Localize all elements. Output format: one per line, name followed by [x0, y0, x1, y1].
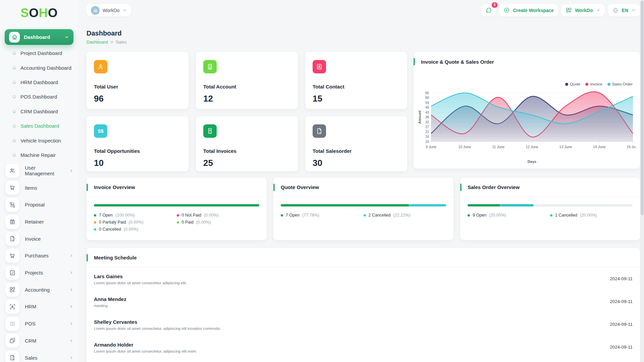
workspace-avatar	[91, 6, 100, 15]
building-icon	[203, 60, 217, 73]
area-chart: 65605449433832272116109 June10 June11 Ju…	[418, 89, 636, 165]
breadcrumb-dashboard-link[interactable]: Dashboard	[87, 40, 108, 45]
sidebar-item-hrm[interactable]: HRM	[0, 298, 78, 315]
legend-entry: 0 Cancelled(0.00%)	[94, 227, 177, 232]
svg-text:14 June: 14 June	[593, 145, 606, 149]
proposal-icon	[5, 198, 19, 212]
top-bar: WorkDo 0 Create Workspace WorkDo EN	[87, 4, 640, 16]
legend-dot	[550, 214, 552, 217]
accent-bar	[273, 184, 275, 191]
stat-card-total-invoices: Total Invoices 25	[196, 116, 298, 171]
sidebar-item-purchases[interactable]: Purchases	[0, 247, 78, 264]
language-selector[interactable]: EN	[608, 4, 640, 16]
sidebar-item-machine-repair[interactable]: Machine Repair	[0, 148, 78, 162]
card-title: Sales Order Overview	[468, 184, 520, 190]
top-bar-actions: 0 Create Workspace WorkDo EN	[481, 4, 640, 16]
svg-text:9 June: 9 June	[426, 145, 436, 149]
dots-grid-icon	[5, 317, 19, 331]
messages-button[interactable]: 0	[481, 4, 496, 16]
scrollbar-thumb[interactable]	[641, 1, 644, 215]
sidebar-item-sales-dashboard[interactable]: Sales Dashboard	[0, 119, 78, 133]
chevron-right-icon	[69, 253, 73, 258]
chart-card-header: Invoice & Quote & Sales Order	[414, 52, 640, 71]
sidebar-item-accounting-dashboard[interactable]: Accounting Dashboard	[0, 60, 78, 75]
app-switcher-button[interactable]: WorkDo	[561, 4, 604, 16]
circle-icon	[12, 109, 16, 114]
legend-item-sales-order[interactable]: Sales Order	[607, 82, 633, 86]
stat-card-total-contact: Total Contact 15	[305, 52, 407, 109]
svg-text:60: 60	[425, 96, 429, 100]
sidebar-item-retainer[interactable]: Retainer	[0, 213, 78, 230]
svg-text:Days: Days	[528, 160, 536, 164]
legend-entry: 9 Open(20.00%)	[468, 213, 550, 218]
contact-card-icon	[313, 60, 326, 73]
breadcrumb-current: Sales	[116, 40, 127, 45]
sidebar-item-user-management[interactable]: User Management	[0, 162, 78, 179]
meeting-schedule-card: Meeting Schedule Lars Gaines Lorem ipsum…	[87, 248, 640, 362]
sidebar-item-crm[interactable]: CRM	[0, 332, 78, 349]
svg-text:49: 49	[425, 106, 429, 109]
quote-overview-card: Quote Overview 7 Open(77.78%) 2 Cancelle…	[273, 178, 453, 240]
svg-text:Amount: Amount	[418, 110, 422, 124]
svg-text:65: 65	[425, 91, 429, 95]
cart-icon	[5, 181, 19, 195]
accent-bar	[414, 58, 415, 65]
sidebar-item-proposal[interactable]: Proposal	[0, 196, 78, 214]
circle-icon	[12, 124, 16, 128]
invoice-quote-salesorder-chart-card: Invoice & Quote & Sales Order Quote Invo…	[414, 52, 640, 169]
chart-legend: Quote Invoice Sales Order	[565, 82, 633, 86]
sidebar-item-vehicle-inspection[interactable]: Vehicle Inspection	[0, 133, 78, 147]
legend-entry: 0 Paid(0.00%)	[177, 220, 260, 225]
sidebar-item-label: Dashboard	[24, 34, 60, 40]
chevron-down-icon	[64, 35, 69, 40]
create-workspace-button[interactable]: Create Workspace	[499, 4, 558, 16]
circle-icon	[12, 153, 16, 157]
accent-bar	[87, 254, 88, 261]
legend-dot	[585, 83, 588, 86]
sidebar-item-items[interactable]: Items	[0, 179, 78, 196]
svg-text:13 June: 13 June	[559, 145, 572, 149]
circle-icon	[12, 80, 16, 84]
person-scan-icon	[5, 300, 19, 314]
circle-icon	[12, 66, 16, 70]
legend-dot	[94, 221, 96, 224]
legend-entry: 7 Open(100.00%)	[94, 213, 177, 218]
sidebar-item-projects[interactable]: Projects	[0, 264, 78, 281]
file-icon	[5, 351, 19, 362]
meeting-row: Lars Gaines Lorem ipsum dolor sit amet c…	[94, 269, 633, 292]
svg-text:27: 27	[425, 125, 429, 129]
svg-text:11 June: 11 June	[492, 145, 504, 149]
sidebar-item-invoice[interactable]: Invoice	[0, 230, 78, 247]
sidebar-item-sales[interactable]: Sales	[0, 349, 78, 362]
sales-order-overview-card: Sales Order Overview 9 Open(20.00%) 1 Ca…	[460, 178, 640, 240]
sidebar-item-project-dashboard[interactable]: Project Dashboard	[0, 46, 78, 60]
sidebar-item-pos-dashboard[interactable]: POS Dashboard	[0, 89, 78, 104]
meeting-date: 2024-09-11	[610, 345, 633, 350]
svg-text:15 June: 15 June	[627, 145, 636, 149]
legend-dot	[177, 214, 179, 217]
sidebar-item-accounting[interactable]: Accounting	[0, 281, 78, 298]
chart-title: Invoice & Quote & Sales Order	[421, 59, 494, 65]
card-title: Meeting Schedule	[94, 255, 137, 260]
sidebar-item-pos[interactable]: POS	[0, 315, 78, 332]
meeting-date: 2024-09-11	[610, 299, 633, 304]
card-title: Quote Overview	[281, 184, 319, 190]
page-scrollbar[interactable]	[640, 0, 644, 362]
sidebar-item-hrm-dashboard[interactable]: HRM Dashboard	[0, 75, 78, 89]
home-icon	[9, 32, 20, 43]
legend-dot	[281, 214, 283, 217]
brand-letter: S	[20, 6, 29, 20]
brand-letter: H	[39, 6, 48, 20]
page-header: Dashboard Dashboard > Sales	[87, 29, 127, 45]
file-icon	[5, 232, 19, 246]
legend-item-quote[interactable]: Quote	[565, 82, 580, 86]
sidebar-item-crm-dashboard[interactable]: CRM Dashboard	[0, 104, 78, 119]
circle-icon	[12, 95, 16, 99]
svg-text:43: 43	[425, 111, 429, 114]
legend-item-invoice[interactable]: Invoice	[585, 82, 602, 86]
workspace-selector[interactable]: WorkDo	[87, 4, 131, 16]
sidebar-item-dashboard[interactable]: Dashboard	[5, 29, 73, 45]
users-icon	[5, 164, 19, 178]
chevron-right-icon	[69, 356, 73, 360]
stat-cards: Total User 96 Total Account 12 Total Con…	[87, 52, 407, 171]
